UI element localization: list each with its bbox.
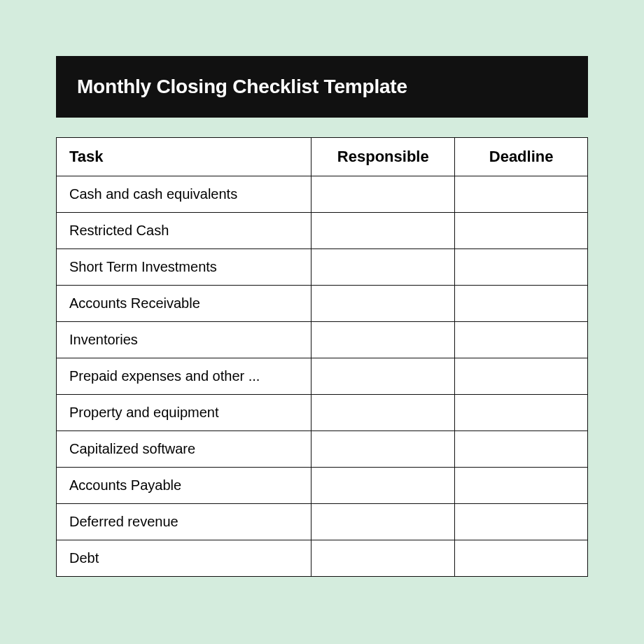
cell-responsible	[312, 395, 455, 431]
cell-responsible	[312, 249, 455, 286]
cell-deadline	[455, 249, 588, 286]
title-bar: Monthly Closing Checklist Template	[56, 56, 588, 118]
cell-deadline	[455, 213, 588, 249]
checklist-table-wrap: Task Responsible Deadline Cash and cash …	[56, 137, 588, 577]
cell-task: Prepaid expenses and other ...	[57, 358, 312, 395]
table-row: Inventories	[57, 322, 588, 358]
cell-deadline	[455, 322, 588, 358]
cell-deadline	[455, 540, 588, 577]
table-row: Prepaid expenses and other ...	[57, 358, 588, 395]
cell-deadline	[455, 504, 588, 540]
cell-task: Capitalized software	[57, 431, 312, 468]
cell-task: Deferred revenue	[57, 504, 312, 540]
cell-task: Short Term Investments	[57, 249, 312, 286]
cell-task: Property and equipment	[57, 395, 312, 431]
cell-task: Accounts Payable	[57, 468, 312, 504]
cell-task: Cash and cash equivalents	[57, 176, 312, 213]
cell-responsible	[312, 504, 455, 540]
cell-responsible	[312, 358, 455, 395]
cell-deadline	[455, 286, 588, 322]
column-header-task: Task	[57, 138, 312, 176]
cell-task: Inventories	[57, 322, 312, 358]
cell-responsible	[312, 540, 455, 577]
cell-task: Debt	[57, 540, 312, 577]
page-title: Monthly Closing Checklist Template	[77, 76, 407, 97]
cell-responsible	[312, 286, 455, 322]
column-header-deadline: Deadline	[455, 138, 588, 176]
table-row: Accounts Payable	[57, 468, 588, 504]
table-row: Restricted Cash	[57, 213, 588, 249]
table-row: Short Term Investments	[57, 249, 588, 286]
checklist-table: Task Responsible Deadline Cash and cash …	[56, 137, 588, 577]
table-header-row: Task Responsible Deadline	[57, 138, 588, 176]
table-row: Capitalized software	[57, 431, 588, 468]
cell-responsible	[312, 176, 455, 213]
cell-responsible	[312, 431, 455, 468]
cell-deadline	[455, 395, 588, 431]
cell-task: Restricted Cash	[57, 213, 312, 249]
table-row: Accounts Receivable	[57, 286, 588, 322]
table-row: Deferred revenue	[57, 504, 588, 540]
cell-task: Accounts Receivable	[57, 286, 312, 322]
cell-deadline	[455, 468, 588, 504]
cell-responsible	[312, 213, 455, 249]
cell-responsible	[312, 322, 455, 358]
table-row: Property and equipment	[57, 395, 588, 431]
cell-deadline	[455, 358, 588, 395]
cell-deadline	[455, 431, 588, 468]
cell-deadline	[455, 176, 588, 213]
table-row: Debt	[57, 540, 588, 577]
column-header-responsible: Responsible	[312, 138, 455, 176]
cell-responsible	[312, 468, 455, 504]
table-row: Cash and cash equivalents	[57, 176, 588, 213]
